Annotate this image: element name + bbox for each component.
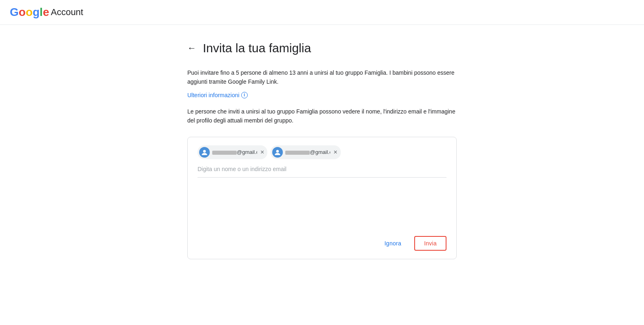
back-button[interactable]: ← (187, 44, 196, 53)
chip-1-redacted (212, 151, 237, 155)
title-row: ← Invita la tua famiglia (187, 41, 457, 55)
header: Google Account (0, 0, 644, 25)
card-footer: Ignora Invia (198, 229, 446, 251)
skip-button[interactable]: Ignora (375, 236, 411, 251)
invite-card: @gmail.com × @gmail.com (187, 137, 457, 259)
info-icon: i (241, 92, 248, 98)
email-input[interactable] (198, 164, 446, 174)
main-content: ← Invita la tua famiglia Puoi invitare f… (179, 25, 465, 276)
page-title: Invita la tua famiglia (203, 41, 311, 55)
chip-1-email: @gmail.com (212, 149, 257, 155)
email-chip-2: @gmail.com × (271, 145, 340, 159)
invite-card-body: @gmail.com × @gmail.com (198, 145, 446, 221)
svg-point-3 (276, 150, 279, 153)
description-text-2: Le persone che inviti a unirsi al tuo gr… (187, 107, 457, 125)
google-logo[interactable]: Google Account (10, 6, 83, 19)
chips-row: @gmail.com × @gmail.com (198, 145, 446, 159)
send-button[interactable]: Invia (414, 236, 446, 251)
google-g-icon: Google (10, 6, 49, 19)
email-chip-1: @gmail.com × (198, 145, 267, 159)
chip-2-close-button[interactable]: × (333, 149, 337, 156)
learn-more-label: Ulteriori informazioni (187, 92, 240, 98)
chip-1-close-button[interactable]: × (260, 149, 264, 156)
svg-point-1 (203, 150, 206, 153)
description-text-1: Puoi invitare fino a 5 persone di almeno… (187, 68, 457, 87)
description-section: Puoi invitare fino a 5 persone di almeno… (187, 68, 457, 125)
email-input-wrapper (198, 164, 446, 178)
chip-avatar-1 (199, 147, 210, 158)
chip-2-redacted (285, 151, 310, 155)
chip-2-email: @gmail.com (285, 149, 330, 155)
learn-more-link[interactable]: Ulteriori informazioni i (187, 92, 248, 98)
chip-avatar-2 (272, 147, 283, 158)
logo-account-label: Account (51, 7, 83, 18)
